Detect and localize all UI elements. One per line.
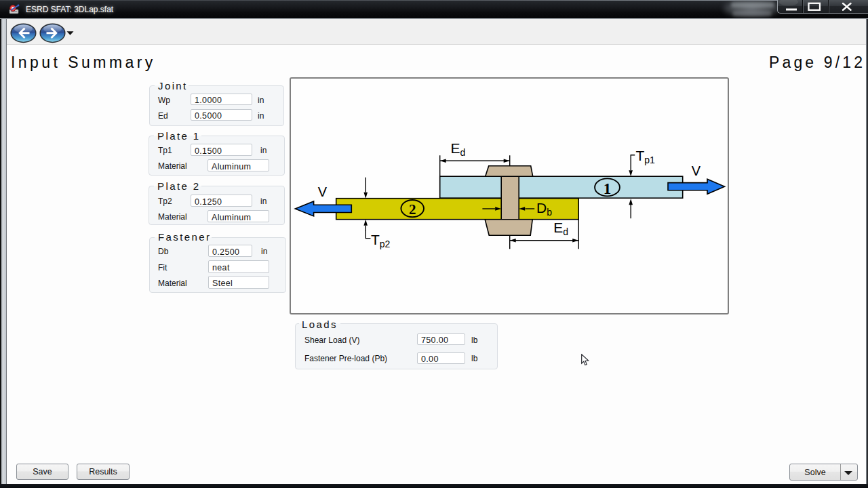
svg-text:V: V (318, 184, 328, 199)
svg-text:1: 1 (604, 180, 612, 197)
svg-text:Ed: Ed (450, 140, 465, 158)
svg-text:Ed: Ed (553, 220, 568, 237)
svg-text:Tp1: Tp1 (636, 148, 656, 165)
svg-text:V: V (692, 163, 701, 178)
svg-text:2: 2 (409, 201, 416, 218)
svg-text:Tp2: Tp2 (371, 232, 391, 249)
